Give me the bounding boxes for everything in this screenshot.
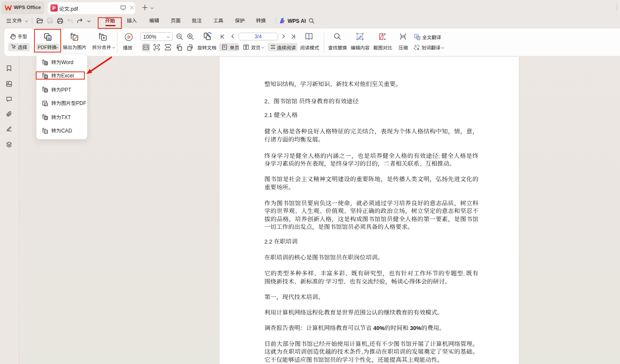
svg-text:1:1: 1:1 xyxy=(144,46,148,49)
svg-text:A: A xyxy=(417,47,419,50)
svg-text:文: 文 xyxy=(417,36,420,40)
svg-text:P: P xyxy=(53,6,56,11)
svg-text:文: 文 xyxy=(414,44,417,48)
svg-text:CAD: CAD xyxy=(45,131,47,133)
